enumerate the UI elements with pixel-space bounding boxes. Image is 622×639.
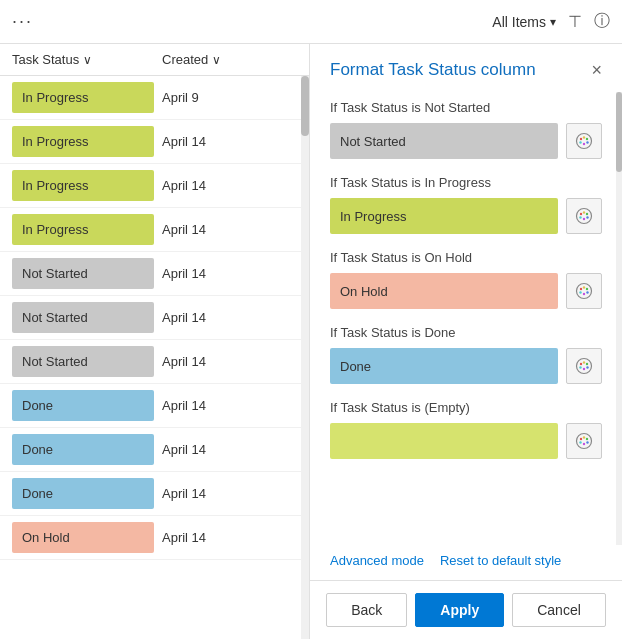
chevron-down-icon[interactable]: ▾ bbox=[550, 15, 556, 29]
color-box-on-hold: On Hold bbox=[330, 273, 558, 309]
svg-point-18 bbox=[586, 291, 588, 293]
condition-section-empty: If Task Status is (Empty) bbox=[330, 400, 602, 459]
list-panel: Task Status ∨ Created ∨ In Progress Apri… bbox=[0, 44, 310, 639]
condition-label-on-hold: If Task Status is On Hold bbox=[330, 250, 602, 265]
format-links: Advanced mode Reset to default style bbox=[310, 545, 622, 580]
format-header: Format Task Status column × bbox=[310, 44, 622, 92]
table-row[interactable]: Not Started April 14 bbox=[0, 252, 309, 296]
view-name-label: All Items bbox=[492, 14, 546, 30]
color-box-done: Done bbox=[330, 348, 558, 384]
svg-point-11 bbox=[586, 216, 588, 218]
format-scroll-track bbox=[616, 92, 622, 545]
table-row[interactable]: On Hold April 14 bbox=[0, 516, 309, 560]
svg-point-4 bbox=[586, 141, 588, 143]
status-cell: In Progress bbox=[12, 126, 154, 157]
table-row[interactable]: In Progress April 14 bbox=[0, 164, 309, 208]
task-status-label: Task Status bbox=[12, 52, 79, 67]
status-cell: Done bbox=[12, 434, 154, 465]
table-row[interactable]: In Progress April 9 bbox=[0, 76, 309, 120]
svg-point-0 bbox=[577, 134, 592, 149]
svg-point-3 bbox=[586, 138, 588, 140]
condition-label-done: If Task Status is Done bbox=[330, 325, 602, 340]
reset-style-link[interactable]: Reset to default style bbox=[440, 553, 561, 568]
table-row[interactable]: In Progress April 14 bbox=[0, 120, 309, 164]
svg-point-17 bbox=[586, 288, 588, 290]
condition-label-not-started: If Task Status is Not Started bbox=[330, 100, 602, 115]
apply-button[interactable]: Apply bbox=[415, 593, 504, 627]
status-cell: In Progress bbox=[12, 214, 154, 245]
palette-button-done[interactable] bbox=[566, 348, 602, 384]
status-cell: In Progress bbox=[12, 82, 154, 113]
date-cell: April 14 bbox=[162, 442, 206, 457]
condition-row-in-progress: In Progress bbox=[330, 198, 602, 234]
created-label: Created bbox=[162, 52, 208, 67]
svg-point-2 bbox=[583, 136, 585, 138]
view-title: All Items ▾ bbox=[492, 14, 556, 30]
condition-row-empty bbox=[330, 423, 602, 459]
cancel-button[interactable]: Cancel bbox=[512, 593, 606, 627]
date-cell: April 14 bbox=[162, 398, 206, 413]
svg-point-32 bbox=[586, 441, 588, 443]
color-box-empty bbox=[330, 423, 558, 459]
list-scroll: In Progress April 9 In Progress April 14… bbox=[0, 76, 309, 639]
bottom-bar: Back Apply Cancel bbox=[310, 580, 622, 639]
palette-button-not-started[interactable] bbox=[566, 123, 602, 159]
condition-section-not-started: If Task Status is Not Started Not Starte… bbox=[330, 100, 602, 159]
column-header-task-status[interactable]: Task Status ∨ bbox=[12, 52, 162, 67]
format-panel: Format Task Status column × If Task Stat… bbox=[310, 44, 622, 639]
date-cell: April 14 bbox=[162, 134, 206, 149]
svg-point-8 bbox=[580, 213, 582, 215]
status-cell: In Progress bbox=[12, 170, 154, 201]
svg-point-22 bbox=[580, 363, 582, 365]
info-icon[interactable]: ⓘ bbox=[594, 11, 610, 32]
task-status-chevron-icon: ∨ bbox=[83, 53, 92, 67]
status-cell: On Hold bbox=[12, 522, 154, 553]
status-cell: Done bbox=[12, 390, 154, 421]
svg-point-9 bbox=[583, 211, 585, 213]
table-row[interactable]: Done April 14 bbox=[0, 428, 309, 472]
condition-section-in-progress: If Task Status is In Progress In Progres… bbox=[330, 175, 602, 234]
format-scroll-thumb[interactable] bbox=[616, 92, 622, 172]
scroll-track bbox=[301, 76, 309, 639]
table-row[interactable]: Not Started April 14 bbox=[0, 296, 309, 340]
condition-row-done: Done bbox=[330, 348, 602, 384]
date-cell: April 9 bbox=[162, 90, 199, 105]
close-icon[interactable]: × bbox=[591, 61, 602, 79]
table-row[interactable]: Done April 14 bbox=[0, 384, 309, 428]
svg-point-5 bbox=[583, 143, 585, 145]
date-cell: April 14 bbox=[162, 530, 206, 545]
scroll-thumb[interactable] bbox=[301, 76, 309, 136]
date-cell: April 14 bbox=[162, 486, 206, 501]
condition-label-in-progress: If Task Status is In Progress bbox=[330, 175, 602, 190]
svg-point-19 bbox=[583, 293, 585, 295]
palette-button-empty[interactable] bbox=[566, 423, 602, 459]
status-cell: Not Started bbox=[12, 302, 154, 333]
svg-point-29 bbox=[580, 438, 582, 440]
condition-label-empty: If Task Status is (Empty) bbox=[330, 400, 602, 415]
column-header-created[interactable]: Created ∨ bbox=[162, 52, 297, 67]
table-row[interactable]: In Progress April 14 bbox=[0, 208, 309, 252]
svg-point-31 bbox=[586, 438, 588, 440]
svg-point-25 bbox=[586, 366, 588, 368]
advanced-mode-link[interactable]: Advanced mode bbox=[330, 553, 424, 568]
back-button[interactable]: Back bbox=[326, 593, 407, 627]
svg-point-13 bbox=[579, 216, 581, 218]
svg-point-16 bbox=[583, 286, 585, 288]
color-box-not-started: Not Started bbox=[330, 123, 558, 159]
svg-point-20 bbox=[579, 291, 581, 293]
condition-section-on-hold: If Task Status is On Hold On Hold bbox=[330, 250, 602, 309]
table-row[interactable]: Done April 14 bbox=[0, 472, 309, 516]
filter-icon[interactable]: ⊤ bbox=[568, 12, 582, 31]
svg-point-12 bbox=[583, 218, 585, 220]
status-cell: Done bbox=[12, 478, 154, 509]
palette-button-in-progress[interactable] bbox=[566, 198, 602, 234]
palette-button-on-hold[interactable] bbox=[566, 273, 602, 309]
status-cell: Not Started bbox=[12, 258, 154, 289]
table-row[interactable]: Not Started April 14 bbox=[0, 340, 309, 384]
condition-row-on-hold: On Hold bbox=[330, 273, 602, 309]
dots-menu[interactable]: ··· bbox=[12, 11, 33, 32]
condition-row-not-started: Not Started bbox=[330, 123, 602, 159]
svg-point-6 bbox=[579, 141, 581, 143]
svg-point-1 bbox=[580, 138, 582, 140]
date-cell: April 14 bbox=[162, 310, 206, 325]
